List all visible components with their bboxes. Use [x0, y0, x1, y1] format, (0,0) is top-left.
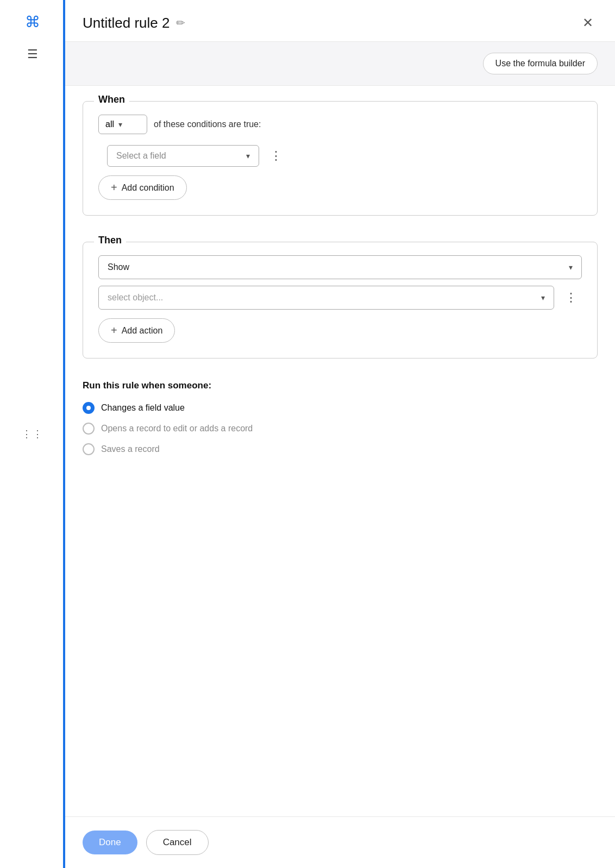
condition-description: of these conditions are true: [154, 119, 261, 129]
main-icon[interactable]: ⌘ [25, 13, 40, 31]
object-select-chevron: ▾ [541, 293, 545, 302]
menu-icon[interactable]: ☰ [27, 48, 38, 60]
run-title: Run this rule when someone: [83, 380, 598, 391]
radio-saves-record-circle[interactable] [83, 443, 95, 455]
when-section: When all ▾ of these conditions are true:… [83, 101, 598, 216]
when-label: When [94, 94, 129, 105]
radio-item-changes-field[interactable]: Changes a field value [83, 402, 598, 414]
radio-item-saves-record[interactable]: Saves a record [83, 443, 598, 455]
formula-bar: Use the formula builder [65, 42, 615, 86]
action-select-chevron: ▾ [569, 263, 573, 272]
when-section-box: When all ▾ of these conditions are true:… [83, 101, 598, 216]
done-button[interactable]: Done [83, 831, 137, 854]
add-action-plus-icon: + [111, 324, 117, 337]
add-condition-plus-icon: + [111, 181, 117, 194]
all-dropdown[interactable]: all ▾ [98, 115, 147, 134]
all-dropdown-chevron: ▾ [118, 120, 122, 129]
object-more-options-button[interactable]: ⋮ [561, 288, 582, 307]
header: Untitled rule 2 ✏ ✕ [65, 0, 615, 42]
then-section-box: Then Show ▾ select object... ▾ ⋮ + Add a… [83, 242, 598, 358]
add-condition-label: Add condition [122, 183, 174, 193]
edit-title-icon[interactable]: ✏ [176, 16, 185, 29]
content-area: When all ▾ of these conditions are true:… [65, 86, 615, 816]
sidebar-border [63, 0, 65, 868]
action-select-dropdown[interactable]: Show ▾ [98, 255, 582, 279]
object-select-row: select object... ▾ ⋮ [98, 286, 582, 310]
radio-item-opens-record[interactable]: Opens a record to edit or adds a record [83, 423, 598, 435]
field-select-row: Select a field ▾ ⋮ [107, 145, 582, 167]
drag-handle-dots: ⋮⋮ [22, 428, 43, 440]
field-select-chevron: ▾ [246, 152, 250, 160]
close-button[interactable]: ✕ [578, 13, 598, 33]
add-action-label: Add action [122, 326, 163, 336]
object-select-placeholder: select object... [108, 293, 163, 303]
all-option-text: all [105, 119, 114, 129]
radio-group: Changes a field value Opens a record to … [83, 402, 598, 455]
then-section: Then Show ▾ select object... ▾ ⋮ + Add a… [83, 242, 598, 358]
field-select-dropdown[interactable]: Select a field ▾ [107, 145, 259, 167]
radio-changes-field-label: Changes a field value [101, 403, 185, 413]
rule-title: Untitled rule 2 [83, 15, 170, 32]
add-condition-button[interactable]: + Add condition [98, 175, 187, 200]
object-select-dropdown[interactable]: select object... ▾ [98, 286, 554, 310]
main-panel: Untitled rule 2 ✏ ✕ Use the formula buil… [65, 0, 615, 868]
radio-saves-record-label: Saves a record [101, 444, 160, 454]
add-action-button[interactable]: + Add action [98, 318, 175, 343]
radio-changes-field-circle[interactable] [83, 402, 95, 414]
then-label: Then [94, 235, 126, 246]
field-select-placeholder: Select a field [116, 151, 166, 161]
radio-opens-record-label: Opens a record to edit or adds a record [101, 424, 253, 433]
footer-buttons: Done Cancel [65, 816, 615, 868]
header-title-group: Untitled rule 2 ✏ [83, 15, 185, 32]
radio-opens-record-circle[interactable] [83, 423, 95, 435]
formula-builder-button[interactable]: Use the formula builder [483, 53, 598, 74]
run-section: Run this rule when someone: Changes a fi… [83, 380, 598, 455]
condition-row: all ▾ of these conditions are true: [98, 115, 582, 134]
cancel-button[interactable]: Cancel [146, 830, 209, 855]
show-option-text: Show [108, 262, 129, 272]
field-more-options-button[interactable]: ⋮ [266, 147, 287, 165]
